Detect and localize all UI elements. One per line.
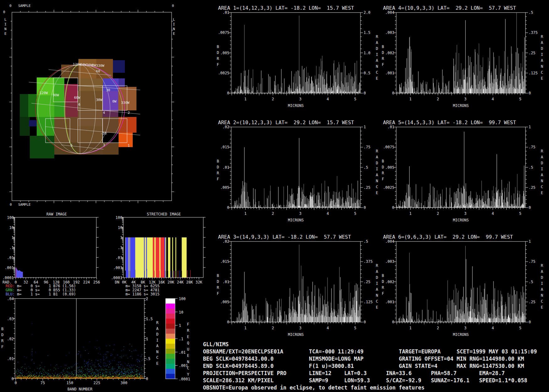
grn-key: GRN: (6, 288, 15, 292)
stretched-hist-x-label: 0K (120, 280, 129, 284)
footprint-tile (30, 136, 54, 158)
raw-hist-bar (18, 271, 19, 278)
spectrum-microns-label: MICRONS (451, 332, 471, 337)
band-plot-x-label: 0 (11, 381, 20, 385)
band-scatter-dots (24, 324, 142, 367)
spectrum-left-label: 0 (211, 91, 229, 95)
raw-hist-bar (19, 270, 19, 278)
band-plot-x-label: 300 (120, 381, 128, 385)
blu-values: m= 1 s= 1 B1 (0.69) (15, 292, 76, 296)
spectrum-right-label: .125 (364, 300, 373, 304)
meridian-label: 0W (112, 99, 116, 103)
stretched-hist-spikes (146, 237, 147, 271)
spectrum-left-label: .005 (376, 165, 394, 170)
spectrum-left-label: .0075 (211, 30, 229, 35)
image-line-axis-label-left: L I N E (4, 17, 7, 36)
spectrum-x-label: 4 (325, 97, 331, 101)
footprint-tile (128, 117, 136, 133)
spectrum-left-label: .015 (211, 259, 229, 264)
image-line-origin-zero: 0 (3, 10, 5, 14)
raw-hist-x-label: 160 (62, 280, 70, 284)
spectrum-x-label: 4 (490, 211, 496, 216)
band-plot-y-label: .01 (1, 357, 14, 361)
spectrum-right-label: 0 (364, 205, 366, 210)
raw-hist-x-label: 192 (73, 280, 80, 284)
parallel-label: 60 (96, 69, 100, 73)
stretched-hist-y-label: .001 (109, 266, 122, 270)
spectrum-x-label: 2 (270, 97, 276, 101)
spectrum-frame-area2 (231, 127, 360, 208)
meridian-label-top: 120W (73, 62, 81, 66)
footprint-tile (29, 120, 37, 126)
area2-title: AREA 2=(10,12,3,3) LAT= 29.2 LON= 15.7 W… (218, 119, 354, 125)
stretched-stats-1: m= 3158 s= 6255 (125, 284, 159, 288)
spectrum-bdrf-label-area1: B D R F (217, 44, 219, 68)
colorbar-segment (166, 349, 175, 354)
image-zero-top-right: 0 (172, 4, 174, 8)
spectrum-x-label: 3 (462, 97, 468, 101)
meridian-label-top: 330W (96, 64, 104, 68)
stretched-hist-spikes (156, 237, 159, 271)
stretched-hist-x-label: 32K (195, 280, 203, 284)
footprint-tile (103, 117, 119, 133)
hist-frame (15, 217, 96, 278)
band-plot-right-label: .5 (146, 357, 150, 361)
raw-hist-y-label: 1 (1, 236, 14, 240)
area-number: 1 (128, 144, 130, 148)
raw-hist-y-label: 100 (1, 215, 14, 220)
spectrum-x-label: 5 (517, 211, 523, 216)
spectrum-frame-area5 (396, 127, 525, 208)
colorbar-ticks (175, 299, 178, 379)
colorbar-label: 100 (179, 297, 186, 301)
spectrum-left-label: .001 (376, 300, 394, 304)
raw-hist-title: RAW IMAGE (46, 212, 67, 216)
spectrum-right-label: 1.5 (364, 30, 370, 35)
footprint-tile (54, 102, 64, 117)
raw-stats-blu: BLU: m= 1 s= 1 B1 (0.69) (6, 292, 76, 296)
spectrum-right-label: .5 (529, 280, 533, 284)
spectrum-left-label: .0075 (376, 145, 394, 149)
spectrum-right-label: 1.0 (364, 51, 370, 55)
spectrum-x-label: 1 (407, 326, 413, 330)
spectrum-left-label: .02 (211, 125, 229, 129)
colorbar-segment (166, 304, 175, 309)
band-plot-x-label: 75 (38, 381, 47, 385)
spectrum-right-label: .75 (529, 259, 536, 264)
spectrum-right-label: .25 (364, 280, 370, 284)
meridian-label: 30W (96, 98, 102, 102)
stretched-hist-block (159, 237, 161, 278)
raw-hist-y-label: .01 (1, 256, 14, 260)
spectrum-data-area5 (397, 132, 525, 208)
spectrum-data-area3 (232, 272, 360, 322)
raw-hist-bar (17, 270, 18, 278)
spectrum-left-label: .005 (211, 300, 229, 304)
area5-title: AREA 5=(14,5,3,3) LAT= -18.2 LON= 99.7 W… (383, 119, 516, 125)
band-scatter-dots (18, 344, 143, 367)
spectrum-left-label: .01 (376, 125, 394, 129)
spectrum-data-area1 (233, 63, 360, 93)
spectrum-x-label: 2 (435, 211, 441, 216)
spectrum-radiance-label-area4: R A D I A N C E (541, 34, 543, 82)
stretched-hist-x-label: 16K (157, 280, 166, 284)
image-zero-bottom: 0 (10, 203, 12, 207)
spectrum-x-label: 3 (462, 326, 468, 330)
footprint-tile (78, 143, 103, 155)
area-number: 5 (71, 143, 73, 147)
raw-stats-red: RED: m= 0 s= 1 B76 (1.56) (6, 284, 76, 288)
stretched-hist-y-label: 1 (109, 236, 122, 240)
spectrum-left-label: .01 (211, 280, 229, 284)
spectrum-x-label: 4 (325, 326, 331, 330)
footprint-tile (20, 117, 30, 136)
parallel-label: -30 (100, 131, 107, 135)
spectrum-x-label: 1 (242, 211, 248, 216)
spectrum-left-label: .001 (376, 71, 394, 75)
colorbar-segment (166, 354, 175, 359)
footprint-tile (78, 126, 103, 143)
spectrum-right-label: 0 (529, 91, 531, 95)
area6-title: AREA 6=(9,6,3,3) LAT= 29.2 LON= 99.7 WES… (383, 234, 513, 240)
spectrum-right-label: 1 (529, 125, 531, 129)
spectrum-bdrf-label-area2: B D R F (217, 158, 219, 182)
stretched-hist-x-label: 24K (176, 280, 185, 284)
raw-hist-bar (20, 271, 21, 278)
spectrum-right-label: 0 (529, 205, 531, 210)
